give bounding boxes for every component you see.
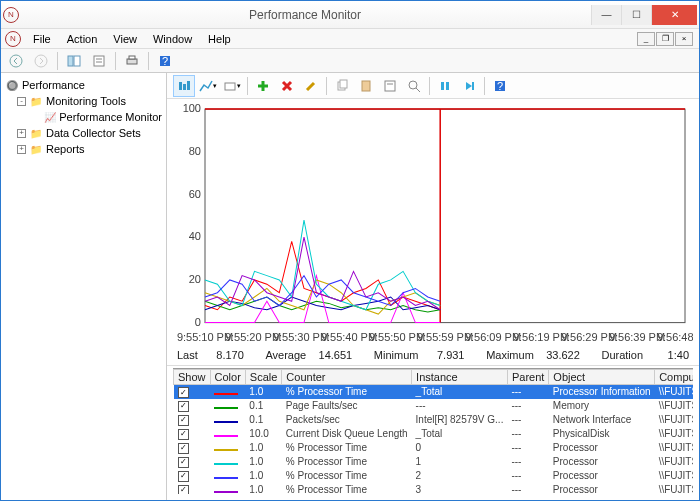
chart-area[interactable]: 0204060801009:55:10 PM9:55:20 PM9:55:30 …	[167, 99, 699, 347]
col-object[interactable]: Object	[549, 370, 655, 385]
svg-text:100: 100	[183, 103, 201, 114]
highlight-button[interactable]	[300, 75, 322, 97]
close-button[interactable]: ✕	[651, 5, 697, 25]
color-swatch	[214, 477, 238, 479]
zoom-button[interactable]	[403, 75, 425, 97]
maximize-button[interactable]: ☐	[621, 5, 651, 25]
tree-reports-label: Reports	[46, 143, 85, 155]
view-graph-button[interactable]: ▾	[197, 75, 219, 97]
menu-action[interactable]: Action	[59, 31, 106, 47]
menu-help[interactable]: Help	[200, 31, 239, 47]
table-row[interactable]: ✓0.1Page Faults/sec------Memory\\FUJITSU	[174, 399, 694, 413]
menu-view[interactable]: View	[105, 31, 145, 47]
folder-icon: 📁	[29, 142, 43, 156]
cell-parent: ---	[507, 385, 548, 399]
perf-icon: 🔘	[5, 78, 19, 92]
cell-computer: \\FUJITSU	[655, 385, 693, 399]
show-checkbox[interactable]: ✓	[178, 415, 189, 426]
update-button[interactable]	[458, 75, 480, 97]
svg-rect-3	[74, 56, 80, 66]
col-show[interactable]: Show	[174, 370, 211, 385]
cell-instance: 1	[412, 455, 508, 469]
tree-dcs[interactable]: +📁Data Collector Sets	[3, 125, 164, 141]
tree-performance[interactable]: 🔘Performance	[3, 77, 164, 93]
cell-instance: 0	[412, 441, 508, 455]
col-computer[interactable]: Computer	[655, 370, 693, 385]
col-counter[interactable]: Counter	[282, 370, 412, 385]
mdi-close-button[interactable]: ×	[675, 32, 693, 46]
show-checkbox[interactable]: ✓	[178, 457, 189, 468]
show-checkbox[interactable]: ✓	[178, 429, 189, 440]
cell-counter: % Processor Time	[282, 385, 412, 399]
monitor-icon: 📈	[44, 110, 56, 124]
expand-icon[interactable]: +	[17, 129, 26, 138]
show-checkbox[interactable]: ✓	[178, 401, 189, 412]
tree-reports[interactable]: +📁Reports	[3, 141, 164, 157]
delete-counter-button[interactable]	[276, 75, 298, 97]
freeze-button[interactable]	[434, 75, 456, 97]
show-checkbox[interactable]: ✓	[178, 471, 189, 482]
show-hide-tree-button[interactable]	[63, 51, 85, 71]
table-row[interactable]: ✓1.0% Processor Time1---Processor\\FUJIT…	[174, 455, 694, 469]
cell-object: Processor	[549, 483, 655, 495]
menu-window[interactable]: Window	[145, 31, 200, 47]
folder-icon: 📁	[29, 94, 43, 108]
print-button[interactable]	[121, 51, 143, 71]
main-pane: ▾ ▾ ? 0204060801009:55:10 PM9:55:20 PM9:…	[167, 73, 699, 500]
folder-icon: 📁	[29, 126, 43, 140]
table-row[interactable]: ✓10.0Current Disk Queue Length_Total---P…	[174, 427, 694, 441]
minimize-button[interactable]: —	[591, 5, 621, 25]
stat-max-label: Maximum	[486, 349, 534, 361]
mdi-restore-button[interactable]: ❐	[656, 32, 674, 46]
forward-button[interactable]	[30, 51, 52, 71]
paste-button[interactable]	[355, 75, 377, 97]
cell-object: Processor Information	[549, 385, 655, 399]
add-counter-button[interactable]	[252, 75, 274, 97]
cell-scale: 1.0	[245, 385, 282, 399]
cell-parent: ---	[507, 441, 548, 455]
view-logdata-button[interactable]	[173, 75, 195, 97]
color-swatch	[214, 463, 238, 465]
display-type-button[interactable]: ▾	[221, 75, 243, 97]
cell-computer: \\FUJITSU	[655, 483, 693, 495]
table-row[interactable]: ✓1.0% Processor Time2---Processor\\FUJIT…	[174, 469, 694, 483]
col-instance[interactable]: Instance	[412, 370, 508, 385]
properties-chart-button[interactable]	[379, 75, 401, 97]
stats-bar: Last 8.170 Average 14.651 Minimum 7.931 …	[167, 347, 699, 366]
show-checkbox[interactable]: ✓	[178, 387, 189, 398]
cell-object: Processor	[549, 455, 655, 469]
show-checkbox[interactable]: ✓	[178, 485, 189, 494]
table-row[interactable]: ✓1.0% Processor Time0---Processor\\FUJIT…	[174, 441, 694, 455]
menu-file[interactable]: File	[25, 31, 59, 47]
mdi-minimize-button[interactable]: _	[637, 32, 655, 46]
counter-table-container[interactable]: Show Color Scale Counter Instance Parent…	[173, 368, 693, 494]
cell-counter: % Processor Time	[282, 469, 412, 483]
table-row[interactable]: ✓0.1Packets/secIntel[R] 82579V G...---Ne…	[174, 413, 694, 427]
cell-parent: ---	[507, 427, 548, 441]
table-row[interactable]: ✓1.0% Processor Time3---Processor\\FUJIT…	[174, 483, 694, 495]
col-scale[interactable]: Scale	[245, 370, 282, 385]
nav-tree[interactable]: 🔘Performance -📁Monitoring Tools 📈Perform…	[1, 73, 167, 500]
tree-monitoring-tools[interactable]: -📁Monitoring Tools	[3, 93, 164, 109]
stat-dur-value: 1:40	[649, 349, 689, 361]
svg-text:20: 20	[189, 273, 201, 285]
tree-perfmon[interactable]: 📈Performance Monitor	[3, 109, 164, 125]
show-checkbox[interactable]: ✓	[178, 443, 189, 454]
stat-avg-label: Average	[265, 349, 306, 361]
cell-computer: \\FUJITSU	[655, 399, 693, 413]
svg-rect-12	[183, 84, 186, 90]
back-button[interactable]	[5, 51, 27, 71]
properties-button[interactable]	[88, 51, 110, 71]
col-color[interactable]: Color	[210, 370, 245, 385]
col-parent[interactable]: Parent	[507, 370, 548, 385]
expand-icon[interactable]: +	[17, 145, 26, 154]
stat-dur-label: Duration	[601, 349, 643, 361]
table-row[interactable]: ✓1.0% Processor Time_Total---Processor I…	[174, 385, 694, 399]
counter-table[interactable]: Show Color Scale Counter Instance Parent…	[173, 369, 693, 494]
copy-button[interactable]	[331, 75, 353, 97]
cell-counter: % Processor Time	[282, 483, 412, 495]
collapse-icon[interactable]: -	[17, 97, 26, 106]
help-button[interactable]: ?	[154, 51, 176, 71]
help-chart-button[interactable]: ?	[489, 75, 511, 97]
app-menu-icon[interactable]: N	[5, 31, 21, 47]
